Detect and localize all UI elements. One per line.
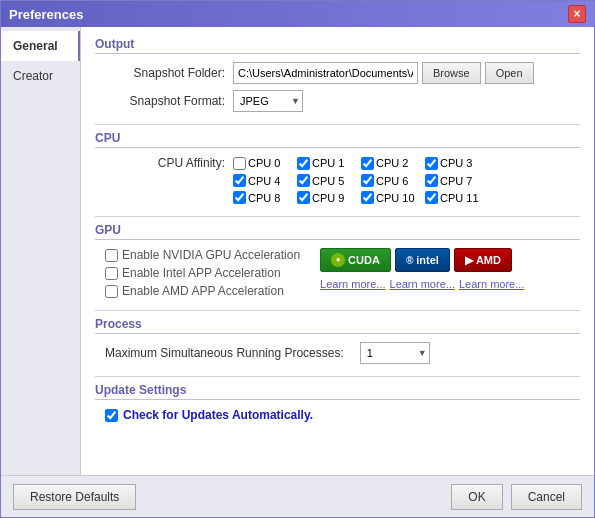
cpu-row-3: CPU 8 CPU 9 CPU 10 CPU 11 — [105, 191, 580, 204]
cuda-button[interactable]: ● CUDA — [320, 248, 391, 272]
cpu-4-checkbox[interactable] — [233, 174, 246, 187]
learn-more-row: Learn more... Learn more... Learn more..… — [320, 278, 524, 290]
gpu-intel-checkbox[interactable] — [105, 267, 118, 280]
cpu-section-header: CPU — [95, 131, 580, 148]
max-processes-select[interactable]: 1 2 3 4 5 6 7 8 — [360, 342, 430, 364]
footer: Restore Defaults OK Cancel — [1, 475, 594, 517]
snapshot-folder-label: Snapshot Folder: — [105, 66, 225, 80]
snapshot-format-select-wrap: JPEG PNG BMP ▼ — [233, 90, 303, 112]
auto-update-checkbox[interactable] — [105, 409, 118, 422]
cpu-section: CPU CPU Affinity: CPU 0 CPU 1 — [95, 131, 580, 204]
browse-button[interactable]: Browse — [422, 62, 481, 84]
gpu-nvidia-label: Enable NVIDIA GPU Acceleration — [122, 248, 300, 262]
process-section: Process Maximum Simultaneous Running Pro… — [95, 317, 580, 364]
snapshot-format-label: Snapshot Format: — [105, 94, 225, 108]
cpu-11-item: CPU 11 — [425, 191, 485, 204]
gpu-btn-row-1: ● CUDA ® intel ▶ AMD — [320, 248, 524, 272]
cpu-2-checkbox[interactable] — [361, 157, 374, 170]
update-section: Update Settings Check for Updates Automa… — [95, 383, 580, 422]
cpu-1-checkbox[interactable] — [297, 157, 310, 170]
cpu-3-item: CPU 3 — [425, 157, 485, 170]
gpu-amd-checkbox[interactable] — [105, 285, 118, 298]
learn-more-nvidia[interactable]: Learn more... — [320, 278, 385, 290]
max-processes-select-wrap: 1 2 3 4 5 6 7 8 ▼ — [360, 342, 430, 364]
cpu-row-2: CPU 4 CPU 5 CPU 6 CPU 7 — [105, 174, 580, 187]
intel-icon: ® — [406, 255, 413, 266]
auto-update-label: Check for Updates Automatically. — [123, 408, 313, 422]
process-row: Maximum Simultaneous Running Processes: … — [95, 342, 580, 364]
main-panel: Output Snapshot Folder: Browse Open Snap… — [81, 27, 594, 475]
cpu-5-checkbox[interactable] — [297, 174, 310, 187]
cpu-0-checkbox[interactable] — [233, 157, 246, 170]
gpu-amd-label: Enable AMD APP Acceleration — [122, 284, 284, 298]
restore-defaults-button[interactable]: Restore Defaults — [13, 484, 136, 510]
cpu-8-item: CPU 8 — [233, 191, 293, 204]
gpu-section: GPU Enable NVIDIA GPU Acceleration Enabl… — [95, 223, 580, 298]
snapshot-format-select[interactable]: JPEG PNG BMP — [233, 90, 303, 112]
open-button[interactable]: Open — [485, 62, 534, 84]
cpu-10-checkbox[interactable] — [361, 191, 374, 204]
cpu-10-item: CPU 10 — [361, 191, 421, 204]
gpu-nvidia-checkbox[interactable] — [105, 249, 118, 262]
cpu-6-item: CPU 6 — [361, 174, 421, 187]
snapshot-folder-row: Snapshot Folder: Browse Open — [95, 62, 580, 84]
cpu-4-item: CPU 4 — [233, 174, 293, 187]
cpu-11-checkbox[interactable] — [425, 191, 438, 204]
cpu-9-item: CPU 9 — [297, 191, 357, 204]
cancel-button[interactable]: Cancel — [511, 484, 582, 510]
output-section: Output Snapshot Folder: Browse Open Snap… — [95, 37, 580, 112]
cpu-checkboxes-row1: CPU 0 CPU 1 CPU 2 CPU 3 — [233, 157, 485, 170]
divider-3 — [95, 310, 580, 311]
cpu-6-checkbox[interactable] — [361, 174, 374, 187]
sidebar: General Creator — [1, 27, 81, 475]
cpu-checkboxes-row2: CPU 4 CPU 5 CPU 6 CPU 7 — [233, 174, 485, 187]
learn-more-amd[interactable]: Learn more... — [459, 278, 524, 290]
gpu-intel-label: Enable Intel APP Acceleration — [122, 266, 281, 280]
close-button[interactable]: × — [568, 5, 586, 23]
snapshot-folder-input[interactable] — [233, 62, 418, 84]
ok-button[interactable]: OK — [451, 484, 502, 510]
output-section-header: Output — [95, 37, 580, 54]
cpu-affinity-grid: CPU Affinity: CPU 0 CPU 1 CPU 2 — [95, 156, 580, 204]
gpu-intel-item: Enable Intel APP Acceleration — [105, 266, 300, 280]
cpu-7-checkbox[interactable] — [425, 174, 438, 187]
cpu-checkboxes-row3: CPU 8 CPU 9 CPU 10 CPU 11 — [233, 191, 485, 204]
preferences-window: Preferences × General Creator Output Sna… — [0, 0, 595, 518]
amd-button[interactable]: ▶ AMD — [454, 248, 512, 272]
update-row: Check for Updates Automatically. — [95, 408, 580, 422]
cpu-8-checkbox[interactable] — [233, 191, 246, 204]
gpu-options: Enable NVIDIA GPU Acceleration Enable In… — [105, 248, 300, 298]
max-processes-label: Maximum Simultaneous Running Processes: — [105, 346, 344, 360]
sidebar-item-general[interactable]: General — [1, 31, 80, 61]
sidebar-item-creator[interactable]: Creator — [1, 61, 80, 91]
title-bar: Preferences × — [1, 1, 594, 27]
cpu-9-checkbox[interactable] — [297, 191, 310, 204]
cpu-row-1: CPU Affinity: CPU 0 CPU 1 CPU 2 — [105, 156, 580, 170]
learn-more-intel[interactable]: Learn more... — [390, 278, 455, 290]
process-section-header: Process — [95, 317, 580, 334]
cpu-3-checkbox[interactable] — [425, 157, 438, 170]
gpu-section-header: GPU — [95, 223, 580, 240]
cpu-2-item: CPU 2 — [361, 157, 421, 170]
gpu-amd-item: Enable AMD APP Acceleration — [105, 284, 300, 298]
cpu-1-item: CPU 1 — [297, 157, 357, 170]
gpu-buttons: ● CUDA ® intel ▶ AMD — [320, 248, 524, 298]
cpu-0-item: CPU 0 — [233, 157, 293, 170]
cuda-icon: ● — [331, 253, 345, 267]
update-section-header: Update Settings — [95, 383, 580, 400]
snapshot-format-row: Snapshot Format: JPEG PNG BMP ▼ — [95, 90, 580, 112]
footer-right: OK Cancel — [451, 484, 582, 510]
cpu-7-item: CPU 7 — [425, 174, 485, 187]
amd-icon: ▶ — [465, 254, 473, 267]
cpu-5-item: CPU 5 — [297, 174, 357, 187]
cpu-affinity-label: CPU Affinity: — [105, 156, 225, 170]
gpu-nvidia-item: Enable NVIDIA GPU Acceleration — [105, 248, 300, 262]
window-title: Preferences — [9, 7, 83, 22]
divider-4 — [95, 376, 580, 377]
divider-2 — [95, 216, 580, 217]
divider-1 — [95, 124, 580, 125]
gpu-inner: Enable NVIDIA GPU Acceleration Enable In… — [95, 248, 580, 298]
content-area: General Creator Output Snapshot Folder: … — [1, 27, 594, 475]
intel-button[interactable]: ® intel — [395, 248, 450, 272]
